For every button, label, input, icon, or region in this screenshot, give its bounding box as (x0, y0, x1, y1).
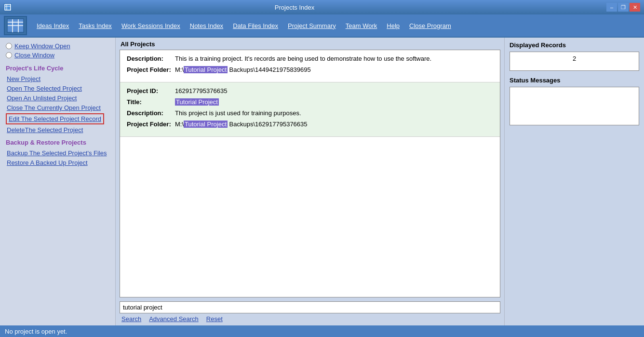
search-links-row: Search Advanced Search Reset (120, 314, 500, 324)
project-2-folder-field: Project Folder: M:\Tutorial Project Back… (127, 121, 493, 128)
project-1-description-field: Description: This is a training project.… (127, 55, 493, 62)
sidebar-link-edit-selected[interactable]: Edit The Selected Project Record (6, 113, 104, 124)
lifecycle-section-title: Project's Life Cycle (6, 65, 109, 72)
sidebar-link-open-selected[interactable]: Open The Selected Project (6, 84, 109, 93)
search-input-row (120, 301, 500, 313)
menu-item-notes-index[interactable]: Notes Index (185, 20, 228, 31)
sidebar-link-new-project[interactable]: New Project (6, 75, 109, 83)
center-panel: All Projects Description: This is a trai… (116, 38, 504, 325)
description-label-2: Description: (127, 109, 175, 117)
svg-rect-0 (5, 4, 11, 10)
sidebar-link-close-open[interactable]: Close The Currently Open Project (6, 104, 109, 112)
displayed-records-count: 2 (513, 55, 636, 62)
status-text: No project is open yet. (5, 328, 67, 335)
project-card-2[interactable]: Project ID: 162917795376635 Title: Tutor… (120, 82, 500, 137)
sidebar-link-backup-files[interactable]: Backup The Selected Project's Files (6, 149, 109, 157)
reset-link[interactable]: Reset (206, 315, 223, 323)
close-window-radio[interactable]: Close Window (6, 52, 109, 59)
status-messages-title: Status Messages (510, 77, 639, 84)
title-bar-buttons: – ❐ ✕ (606, 3, 640, 12)
menu-item-work-sessions-index[interactable]: Work Sessions Index (117, 20, 185, 31)
sidebar-link-open-unlisted[interactable]: Open An Unlisted Project (6, 94, 109, 102)
projects-list: Description: This is a training project.… (116, 50, 504, 299)
project-2-folder-highlight: Tutorial Project (184, 121, 228, 128)
sidebar-link-restore-project[interactable]: Restore A Backed Up Project (6, 159, 109, 167)
project-1-description-value: This is a training project. It's records… (175, 55, 493, 62)
menu-item-project-summary[interactable]: Project Summary (283, 20, 341, 31)
project-2-description-field: Description: This project is just used f… (127, 109, 493, 117)
search-input[interactable] (120, 301, 500, 313)
description-label-1: Description: (127, 55, 175, 62)
status-messages-box (510, 87, 639, 125)
backup-section-title: Backup & Restore Projects (6, 139, 109, 146)
project-id-label: Project ID: (127, 87, 175, 94)
keep-window-label: Keep Window Open (14, 42, 70, 50)
menu-bar: Ideas Index Tasks Index Work Sessions In… (0, 14, 644, 38)
main-content: Keep Window Open Close Window Project's … (0, 38, 644, 325)
project-1-folder-highlight: Tutorial Project (184, 66, 228, 73)
project-card-1[interactable]: Description: This is a training project.… (120, 50, 500, 82)
project-2-id-field: Project ID: 162917795376635 (127, 87, 493, 94)
project-2-description-value: This project is just used for training p… (175, 109, 493, 117)
project-2-id-value: 162917795376635 (175, 87, 493, 94)
close-window-radio-input[interactable] (6, 52, 12, 58)
project-2-title-field: Title: Tutorial Project (127, 98, 493, 106)
menu-item-close-program[interactable]: Close Program (404, 20, 456, 31)
displayed-records-box: 2 (510, 52, 639, 71)
title-label: Title: (127, 98, 175, 106)
menu-item-help[interactable]: Help (382, 20, 404, 31)
minimize-button[interactable]: – (606, 3, 617, 12)
project-2-title-highlight: Tutorial Project (175, 98, 219, 106)
close-window-label: Close Window (14, 52, 54, 59)
menu-item-ideas-index[interactable]: Ideas Index (32, 20, 74, 31)
window-behavior-group: Keep Window Open Close Window (6, 42, 109, 59)
projects-scroll-area[interactable]: Description: This is a training project.… (120, 50, 500, 297)
window-title: Projects Index (12, 4, 577, 11)
sidebar: Keep Window Open Close Window Project's … (0, 38, 116, 325)
project-2-title-value: Tutorial Project (175, 98, 493, 106)
keep-window-open-radio[interactable]: Keep Window Open (6, 42, 109, 50)
app-logo (4, 16, 27, 35)
project-1-folder-value: M:\Tutorial Project Backups\144942197583… (175, 66, 493, 73)
restore-button[interactable]: ❐ (618, 3, 629, 12)
close-button[interactable]: ✕ (630, 3, 640, 12)
title-bar: Projects Index – ❐ ✕ (0, 0, 644, 14)
project-2-folder-value: M:\Tutorial Project Backups\162917795376… (175, 121, 493, 128)
keep-window-radio-input[interactable] (6, 43, 12, 49)
menu-item-tasks-index[interactable]: Tasks Index (74, 20, 117, 31)
folder-label-1: Project Folder: (127, 66, 175, 73)
sidebar-link-delete-selected[interactable]: DeleteThe Selected Project (6, 126, 109, 134)
folder-label-2: Project Folder: (127, 121, 175, 128)
displayed-records-title: Displayed Records (510, 41, 639, 49)
app-icon (4, 3, 12, 11)
search-link[interactable]: Search (121, 315, 141, 323)
title-bar-left (4, 3, 12, 11)
project-1-folder-field: Project Folder: M:\Tutorial Project Back… (127, 66, 493, 73)
menu-item-data-files-index[interactable]: Data Files Index (228, 20, 283, 31)
menu-item-team-work[interactable]: Team Work (341, 20, 382, 31)
status-bar: No project is open yet. (0, 325, 644, 337)
all-projects-label: All Projects (116, 38, 504, 50)
right-panel: Displayed Records 2 Status Messages (504, 38, 644, 325)
search-bar: Search Advanced Search Reset (116, 299, 504, 325)
advanced-search-link[interactable]: Advanced Search (149, 315, 199, 323)
